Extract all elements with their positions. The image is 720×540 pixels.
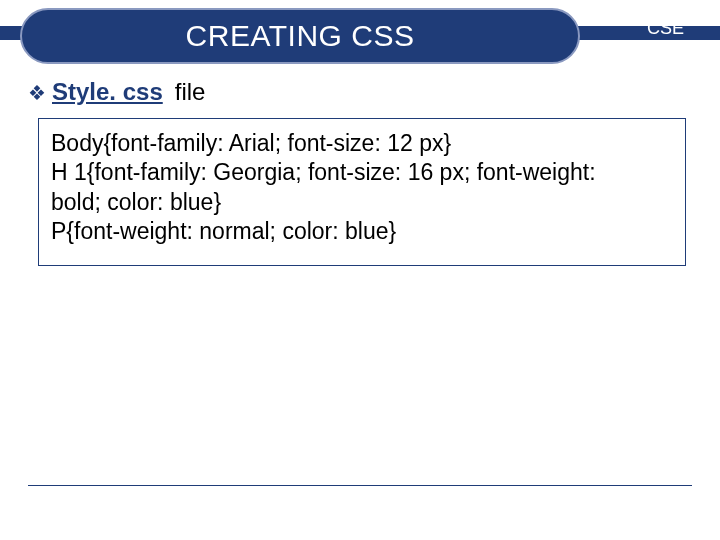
code-line: Body{font-family: Arial; font-size: 12 p…	[51, 129, 673, 158]
code-line: P{font-weight: normal; color: blue}	[51, 217, 673, 246]
diamond-bullet-icon: ❖	[28, 83, 46, 103]
subtitle-rest: file	[175, 78, 206, 106]
footer-divider	[28, 485, 692, 486]
code-line: bold; color: blue}	[51, 188, 673, 217]
filename-link: Style. css	[52, 78, 163, 106]
subtitle-row: ❖ Style. css file	[28, 78, 205, 106]
code-block: Body{font-family: Arial; font-size: 12 p…	[38, 118, 686, 266]
slide-title-pill: CREATING CSS	[20, 8, 580, 64]
code-line: H 1{font-family: Georgia; font-size: 16 …	[51, 158, 673, 187]
corner-label: CSE	[647, 18, 684, 39]
slide-title: CREATING CSS	[186, 19, 415, 53]
